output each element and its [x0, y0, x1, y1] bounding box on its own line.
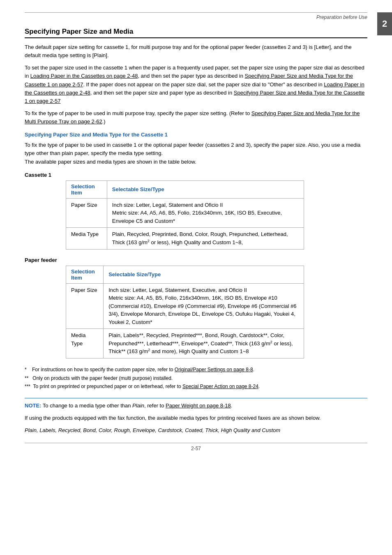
cassette1-col1-header: Selection Item	[66, 180, 107, 198]
link-loading-cassettes-1[interactable]: Loading Paper in the Cassettes on page 2…	[30, 73, 138, 79]
note-text1: To change to a media type other than	[43, 402, 132, 409]
header-text: Preparation before Use	[316, 14, 367, 20]
note-italic-list: Plain, Labels, Recycled, Bond, Color, Ro…	[25, 427, 280, 433]
section-para-3: To fix the type of paper to be used in m…	[25, 109, 367, 126]
feeder-row2-col1: Media Type	[66, 329, 104, 358]
section-para-1: The default paper size setting for casse…	[25, 43, 367, 60]
header-line: Preparation before Use	[25, 14, 367, 20]
note-text3: .	[231, 402, 233, 409]
paper-feeder-table: Selection Item Selectable Size/Type Pape…	[66, 266, 304, 359]
bottom-rule	[25, 443, 367, 443]
cassette1-row1-col1: Paper Size	[66, 198, 107, 228]
feeder-row1-col1: Paper Size	[66, 283, 104, 329]
table-row: Paper Size Inch size: Letter, Legal, Sta…	[66, 283, 304, 329]
top-rule	[25, 12, 367, 13]
link-original-paper-settings[interactable]: Original/Paper Settings on page 8-8	[175, 367, 253, 372]
paper-feeder-table-wrapper: Selection Item Selectable Size/Type Pape…	[66, 266, 367, 359]
page-number: 2-57	[191, 446, 201, 451]
cassette1-table: Selection Item Selectable Size/Type Pape…	[66, 180, 304, 250]
footnotes: * For instructions on how to specify the…	[25, 366, 367, 391]
note-line1: NOTE: To change to a media type other th…	[25, 402, 367, 410]
cassette1-label: Cassette 1	[25, 172, 367, 178]
table-row: Paper Size Inch size: Letter, Legal, Sta…	[66, 198, 304, 228]
section-title: Specifying Paper Size and Media	[25, 28, 367, 38]
link-special-paper-action[interactable]: Special Paper Action on page 8-24	[182, 384, 258, 389]
footer-line: 2-57	[25, 446, 367, 451]
paper-feeder-label: Paper feeder	[25, 257, 367, 263]
note-box: NOTE: To change to a media type other th…	[25, 398, 367, 435]
cassette1-table-wrapper: Selection Item Selectable Size/Type Pape…	[66, 180, 367, 250]
note-line3: Plain, Labels, Recycled, Bond, Color, Ro…	[25, 426, 367, 435]
cassette1-row1-col2: Inch size: Letter, Legal, Statement and …	[107, 198, 304, 228]
section-para-2: To set the paper size used in the casset…	[25, 64, 367, 105]
table-row: Media Type Plain, Recycled, Preprinted, …	[66, 228, 304, 249]
feeder-row1-col2: Inch size: Letter, Legal, Statement, Exe…	[104, 283, 304, 329]
feeder-col2-header: Selectable Size/Type	[104, 266, 304, 283]
subsection-intro: To fix the type of paper to be used in c…	[25, 141, 367, 166]
footnote-1: * For instructions on how to specify the…	[25, 366, 367, 374]
table-row: Media Type Plain, Labels**, Recycled, Pr…	[66, 329, 304, 358]
note-line2: If using the products equipped with the …	[25, 414, 367, 422]
chapter-badge: 2	[377, 12, 392, 35]
link-paper-weight[interactable]: Paper Weight on page 8-18	[166, 402, 231, 409]
cassette1-row2-col2: Plain, Recycled, Preprinted, Bond, Color…	[107, 228, 304, 249]
footnote-3: *** To print on preprinted or prepunched…	[25, 383, 367, 391]
page-container: Preparation before Use 2 Specifying Pape…	[0, 0, 392, 555]
footnote-2: ** Only on products with the paper feede…	[25, 375, 367, 382]
feeder-col1-header: Selection Item	[66, 266, 104, 283]
feeder-row2-col2: Plain, Labels**, Recycled, Preprinted***…	[104, 329, 304, 358]
subsection-title: Specifying Paper Size and Media Type for…	[25, 132, 367, 138]
note-label: NOTE:	[25, 402, 41, 409]
note-italic-plain: Plain	[132, 402, 144, 409]
cassette1-row2-col1: Media Type	[66, 228, 107, 249]
link-multi-purpose-tray[interactable]: Specifying Paper Size and Media Type for…	[25, 110, 360, 125]
note-text2: , refer to	[144, 402, 166, 409]
cassette1-col2-header: Selectable Size/Type	[107, 180, 304, 198]
